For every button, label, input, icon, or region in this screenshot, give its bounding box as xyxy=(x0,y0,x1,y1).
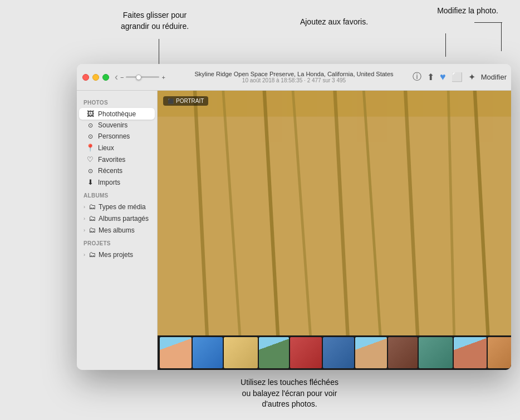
close-button[interactable] xyxy=(82,74,89,81)
sidebar-label-favorites: Favorites xyxy=(98,156,125,164)
favorite-icon[interactable]: ♥ xyxy=(440,71,446,83)
callout-filmstrip: Utilisez les touches fléchées ou balayez… xyxy=(212,377,367,410)
title-bar: ‹ − + Skyline Ridge Open Space Preserve,… xyxy=(77,64,511,91)
sidebar-label-mes-albums: Mes albums xyxy=(99,226,135,234)
zoom-control: − + xyxy=(120,74,165,81)
magic-wand-icon[interactable]: ✦ xyxy=(468,72,475,82)
film-thumbnail[interactable] xyxy=(419,337,453,368)
callout-zoom: Faites glisser pour agrandir ou réduire. xyxy=(99,10,210,32)
chevron-icon-3: › xyxy=(84,228,85,233)
info-icon[interactable]: ⓘ xyxy=(413,71,421,83)
sidebar-label-imports: Imports xyxy=(98,179,120,186)
lieux-icon: 📍 xyxy=(86,144,95,152)
chevron-icon: › xyxy=(84,204,85,210)
share-icon[interactable]: ⬆ xyxy=(427,72,434,82)
back-button[interactable]: ‹ xyxy=(115,71,118,83)
mes-projets-icon: 🗂 xyxy=(87,250,96,259)
film-thumbnail[interactable] xyxy=(388,337,418,368)
zoom-minus-icon: − xyxy=(120,74,124,81)
main-photo[interactable] xyxy=(158,91,511,335)
toolbar-actions: ⓘ ⬆ ♥ ⬜ ✦ Modifier xyxy=(413,71,507,83)
crop-icon[interactable]: ⬜ xyxy=(452,72,463,82)
phototheque-icon: 🖼 xyxy=(86,110,95,118)
film-strip[interactable] xyxy=(158,335,511,370)
film-thumbnail[interactable] xyxy=(488,337,511,368)
sidebar-label-souvenirs: Souvenirs xyxy=(98,121,127,129)
callout-zoom-line xyxy=(159,39,159,67)
chevron-icon-2: › xyxy=(84,216,85,221)
sidebar-item-recents[interactable]: ⊙ Récents xyxy=(79,165,155,176)
sidebar-item-personnes[interactable]: ⊙ Personnes xyxy=(79,131,155,142)
recents-icon: ⊙ xyxy=(86,167,95,175)
sidebar-label-mes-projets: Mes projets xyxy=(99,251,133,259)
traffic-lights xyxy=(82,74,109,81)
favorites-icon: ♡ xyxy=(86,155,95,164)
zoom-slider-track[interactable] xyxy=(126,76,159,78)
sidebar-label-phototheque: Photothèque xyxy=(98,110,136,118)
app-window: ‹ − + Skyline Ridge Open Space Preserve,… xyxy=(77,64,511,370)
sidebar: Photos 🖼 Photothèque ⊙ Souvenirs ⊙ Perso… xyxy=(77,91,158,370)
imports-icon: ⬇ xyxy=(86,178,95,186)
content-area: Photos 🖼 Photothèque ⊙ Souvenirs ⊙ Perso… xyxy=(77,91,511,370)
film-thumbnail[interactable] xyxy=(160,337,192,368)
sidebar-item-souvenirs[interactable]: ⊙ Souvenirs xyxy=(79,120,155,131)
photo-svg xyxy=(158,91,511,335)
mes-albums-icon: 🗂 xyxy=(87,226,96,234)
types-media-icon: 🗂 xyxy=(87,202,96,211)
sidebar-label-albums-partages: Albums partagés xyxy=(99,215,149,223)
film-thumbnail[interactable] xyxy=(224,337,258,368)
photo-title: Skyline Ridge Open Space Preserve, La Ho… xyxy=(194,71,393,77)
maximize-button[interactable] xyxy=(102,74,109,81)
callout-modify-line xyxy=(501,22,502,51)
sidebar-label-types-media: Types de média xyxy=(99,203,146,211)
sidebar-section-albums: Albums xyxy=(77,188,157,201)
photo-meta: 10 août 2018 à 18:58:35 · 2 477 sur 3 49… xyxy=(194,77,393,83)
sidebar-section-projets: Projets xyxy=(77,236,157,249)
albums-partages-icon: 🗂 xyxy=(87,214,96,223)
callout-favorites-line xyxy=(445,33,446,57)
sidebar-item-mes-albums[interactable]: › 🗂 Mes albums xyxy=(79,224,155,236)
modify-button[interactable]: Modifier xyxy=(481,73,507,81)
portrait-label: PORTRAIT xyxy=(176,98,204,104)
sidebar-label-recents: Récents xyxy=(98,167,122,175)
minimize-button[interactable] xyxy=(92,74,99,81)
film-thumbnail[interactable] xyxy=(355,337,387,368)
film-thumbnail[interactable] xyxy=(454,337,487,368)
sidebar-item-lieux[interactable]: 📍 Lieux xyxy=(79,142,155,154)
portrait-badge: ⬛ PORTRAIT xyxy=(163,96,208,106)
zoom-plus-icon: + xyxy=(161,74,165,81)
film-thumbnail[interactable] xyxy=(323,337,354,368)
film-thumbnail[interactable] xyxy=(193,337,223,368)
sidebar-item-types-media[interactable]: › 🗂 Types de média xyxy=(79,201,155,213)
svg-rect-1 xyxy=(158,91,511,335)
personnes-icon: ⊙ xyxy=(86,133,95,140)
sidebar-item-imports[interactable]: ⬇ Imports xyxy=(79,176,155,188)
souvenirs-icon: ⊙ xyxy=(86,122,95,129)
photo-view: ⬛ PORTRAIT xyxy=(158,91,511,370)
sidebar-label-lieux: Lieux xyxy=(98,144,114,152)
portrait-icon: ⬛ xyxy=(168,98,174,104)
film-thumbnail[interactable] xyxy=(290,337,322,368)
film-thumbnail[interactable] xyxy=(259,337,289,368)
sidebar-item-mes-projets[interactable]: › 🗂 Mes projets xyxy=(79,249,155,260)
sidebar-item-favorites[interactable]: ♡ Favorites xyxy=(79,154,155,165)
sidebar-label-personnes: Personnes xyxy=(98,132,130,140)
callout-modify: Modifiez la photo. xyxy=(418,6,518,17)
title-center: Skyline Ridge Open Space Preserve, La Ho… xyxy=(194,71,393,83)
callout-favorites: Ajoutez aux favoris. xyxy=(278,17,390,28)
chevron-icon-4: › xyxy=(84,252,85,258)
callout-modify-line-h xyxy=(474,22,502,23)
zoom-slider-thumb[interactable] xyxy=(136,75,141,80)
sidebar-item-albums-partages[interactable]: › 🗂 Albums partagés xyxy=(79,213,155,224)
sidebar-section-photos: Photos xyxy=(77,95,157,108)
sidebar-item-phototheque[interactable]: 🖼 Photothèque xyxy=(79,108,155,120)
